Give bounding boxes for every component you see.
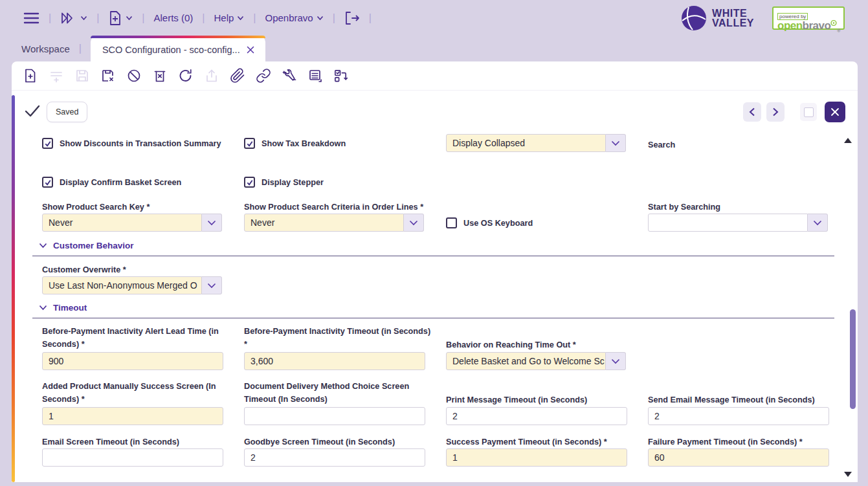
start-by-searching-select[interactable] bbox=[648, 214, 828, 232]
openbravo-spiral-icon bbox=[830, 19, 837, 27]
new-record-icon bbox=[23, 68, 38, 83]
before-payment-alert-input[interactable] bbox=[42, 352, 223, 370]
select-dropdown-button[interactable] bbox=[202, 276, 222, 294]
header-separator: | bbox=[96, 12, 99, 24]
help-menu[interactable]: Help bbox=[214, 12, 244, 23]
header-separator: | bbox=[333, 12, 335, 24]
registered-mark: ® bbox=[837, 26, 840, 36]
print-message-timeout-input[interactable] bbox=[446, 407, 627, 425]
tab-close-icon[interactable] bbox=[247, 46, 254, 54]
failure-payment-timeout-input[interactable] bbox=[648, 448, 829, 467]
grid-view-icon bbox=[307, 68, 323, 83]
toggle-view-icon bbox=[333, 68, 349, 83]
scrollbar-thumb[interactable] bbox=[850, 309, 856, 409]
toggle-view-button[interactable] bbox=[333, 68, 349, 84]
chevron-down-icon bbox=[237, 16, 244, 21]
scroll-down-arrow[interactable] bbox=[844, 472, 852, 477]
tab-sco-configuration[interactable]: SCO Configuration - sco-config... bbox=[91, 36, 265, 61]
section-customer-behavior[interactable]: Customer Behavior bbox=[39, 241, 134, 250]
hamburger-menu-icon[interactable] bbox=[23, 12, 39, 25]
select-dropdown-button[interactable] bbox=[404, 214, 424, 232]
previous-record-button[interactable] bbox=[743, 102, 761, 122]
logout-button[interactable] bbox=[344, 11, 360, 25]
select-dropdown-button[interactable] bbox=[808, 214, 828, 232]
scroll-up-arrow[interactable] bbox=[844, 138, 852, 143]
section-collapse-icon bbox=[39, 243, 47, 249]
goodbye-screen-timeout-input[interactable] bbox=[244, 448, 425, 467]
checkbox-display-confirm-basket[interactable]: Display Confirm Basket Screen bbox=[42, 177, 181, 188]
link-button[interactable] bbox=[255, 68, 271, 84]
next-record-button[interactable] bbox=[766, 102, 785, 122]
alerts-menu[interactable]: Alerts (0) bbox=[153, 12, 193, 23]
grid-view-button[interactable] bbox=[307, 68, 323, 84]
success-payment-timeout-input[interactable] bbox=[446, 448, 627, 467]
select-dropdown-button[interactable] bbox=[606, 352, 626, 370]
close-form-button[interactable] bbox=[825, 102, 845, 122]
select-value bbox=[648, 214, 808, 232]
tab-separator: | bbox=[79, 43, 82, 54]
field-label: Customer Overwrite * bbox=[42, 263, 231, 276]
status-text: Saved bbox=[56, 107, 78, 116]
attachments-button[interactable] bbox=[229, 68, 245, 84]
doc-delivery-timeout-input[interactable] bbox=[244, 407, 425, 425]
quick-launch-menu[interactable] bbox=[60, 12, 87, 25]
email-screen-timeout-input[interactable] bbox=[42, 448, 223, 467]
status-badge: Saved bbox=[47, 102, 87, 122]
section-timeout[interactable]: Timeout bbox=[39, 303, 87, 313]
quick-create-menu[interactable] bbox=[108, 10, 133, 26]
help-label: Help bbox=[214, 12, 234, 23]
logo-line2: VALLEY bbox=[712, 18, 754, 28]
header-separator: | bbox=[49, 12, 51, 24]
powered-by-openbravo-logo: powered by openbravo ® bbox=[772, 6, 845, 30]
header-separator: | bbox=[142, 12, 144, 24]
app-window: | | | Alerts (0) | Help | Openbravo | | bbox=[0, 0, 868, 486]
customer-overwrite-select[interactable]: Use Last Non-Anonymous Merged O bbox=[42, 276, 222, 294]
send-email-timeout-input[interactable] bbox=[648, 407, 829, 425]
brand-bravo: bravo bbox=[803, 21, 831, 30]
sco-configuration-form: Show Discounts in Transaction Summary Sh… bbox=[15, 133, 840, 482]
cancel-button[interactable] bbox=[126, 68, 142, 84]
chevron-down-icon bbox=[611, 359, 620, 364]
field-label: Added Product Manually Success Screen (I… bbox=[42, 380, 231, 406]
show-product-search-criteria-select[interactable]: Never bbox=[244, 214, 424, 232]
field-label: Print Message Timeout (in Seconds) bbox=[446, 393, 635, 406]
checkbox-show-tax-breakdown[interactable]: Show Tax Breakdown bbox=[244, 138, 346, 149]
delete-icon bbox=[152, 68, 168, 83]
checkbox-checked-icon bbox=[42, 177, 53, 188]
processes-button[interactable] bbox=[281, 68, 297, 84]
select-dropdown-button[interactable] bbox=[606, 134, 626, 152]
user-menu[interactable]: Openbravo bbox=[265, 12, 323, 23]
chevron-down-icon bbox=[409, 220, 418, 226]
tab-workspace[interactable]: Workspace bbox=[21, 43, 70, 54]
show-product-search-key-select[interactable]: Never bbox=[42, 214, 222, 232]
undo-button[interactable] bbox=[100, 68, 116, 84]
processes-wrench-icon bbox=[281, 68, 297, 83]
chevron-left-icon bbox=[748, 107, 756, 116]
added-product-success-input[interactable] bbox=[42, 407, 223, 425]
field-label: Document Delivery Method Choice Screen T… bbox=[244, 380, 433, 406]
checkbox-display-stepper[interactable]: Display Stepper bbox=[244, 177, 324, 188]
new-row-button bbox=[48, 68, 64, 84]
window-panel: Saved Show Discounts in Transaction Summ… bbox=[12, 61, 858, 482]
chevron-down-icon bbox=[611, 140, 620, 146]
field-label: Before-Payment Inactivity Timeout (in Se… bbox=[244, 325, 433, 351]
checkbox-use-os-keyboard[interactable]: Use OS Keyboard bbox=[446, 217, 533, 228]
field-label: Goodbye Screen Timeout (in Seconds) bbox=[244, 436, 433, 448]
saved-check-icon bbox=[24, 104, 41, 121]
select-dropdown-button[interactable] bbox=[202, 214, 222, 232]
top-header: | | | Alerts (0) | Help | Openbravo | | bbox=[0, 0, 868, 36]
chevron-down-icon bbox=[813, 220, 822, 226]
behavior-on-timeout-select[interactable]: Delete Basket and Go to Welcome Sc bbox=[446, 352, 626, 370]
refresh-button[interactable] bbox=[177, 68, 194, 84]
before-payment-timeout-input[interactable] bbox=[244, 352, 425, 370]
maximize-button[interactable] bbox=[800, 103, 817, 121]
field-label: Failure Payment Timeout (in Seconds) * bbox=[648, 436, 837, 448]
delete-button[interactable] bbox=[151, 68, 168, 84]
new-record-button[interactable] bbox=[22, 68, 38, 84]
checkbox-show-discounts[interactable]: Show Discounts in Transaction Summary bbox=[42, 138, 221, 149]
header-logos: WHITE VALLEY powered by openbravo ® bbox=[681, 5, 845, 31]
tab-gradient-strip bbox=[91, 36, 265, 38]
header-separator: | bbox=[202, 12, 205, 24]
display-collapsed-select[interactable]: Display Collapsed bbox=[446, 134, 626, 152]
checkbox-label: Show Tax Breakdown bbox=[262, 139, 346, 148]
